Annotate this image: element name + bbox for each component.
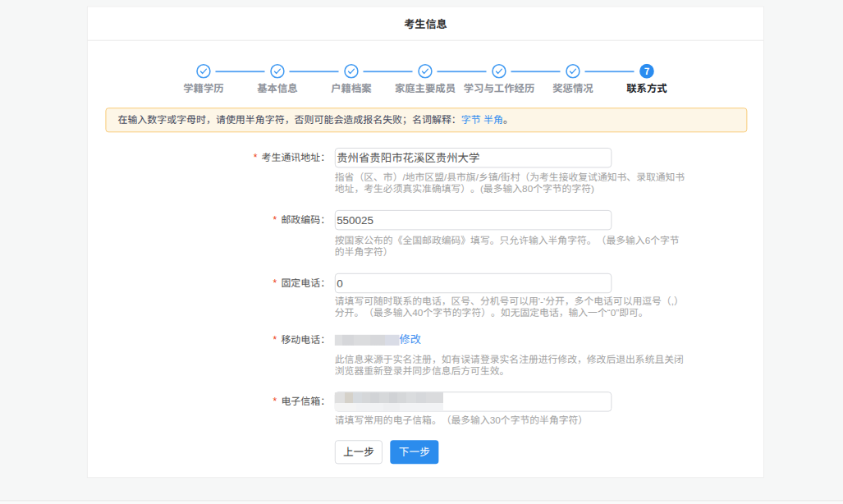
svg-text:7: 7 — [644, 64, 650, 77]
